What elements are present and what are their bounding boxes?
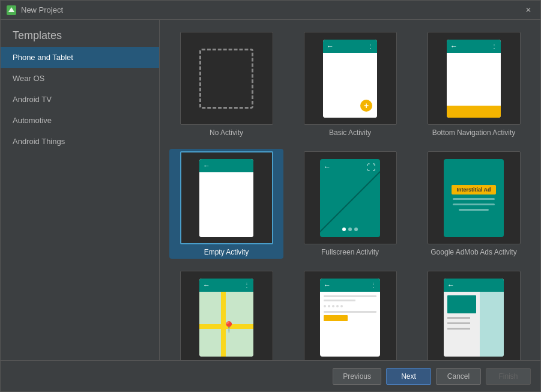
- sidebar: Templates Phone and Tablet Wear OS Andro…: [1, 20, 160, 360]
- sidebar-item-phone-tablet[interactable]: Phone and Tablet: [1, 47, 159, 68]
- maps-menu-icon: ⋮: [244, 282, 250, 288]
- app-icon: [7, 5, 16, 15]
- nav-drawer-header: ←: [444, 279, 504, 292]
- fullscreen-diagonal: [320, 162, 380, 237]
- svg-marker-0: [8, 7, 14, 12]
- template-basic-activity[interactable]: ← ⋮ + Basic Activity: [293, 29, 407, 139]
- drawer-top: [447, 295, 476, 313]
- scroll-body: [320, 292, 380, 357]
- drawer-panel: [444, 292, 480, 357]
- scroll-line-1: [324, 295, 376, 297]
- scroll-action-btn: [324, 315, 348, 321]
- sidebar-item-android-things[interactable]: Android Things: [1, 131, 159, 152]
- map-pin-icon: 📍: [222, 321, 235, 334]
- no-activity-label: No Activity: [210, 128, 243, 137]
- scroll-dots: [324, 305, 376, 307]
- title-bar: New Project ×: [1, 1, 540, 20]
- template-no-activity[interactable]: No Activity: [169, 29, 283, 139]
- scroll-dot-2: [328, 305, 330, 307]
- scroll-dot-3: [332, 305, 334, 307]
- template-admob[interactable]: Interstitial Ad Google AdMob Ads Activit…: [417, 149, 531, 259]
- template-fullscreen[interactable]: ← ⛶ Fullscreen Activity: [293, 149, 407, 259]
- template-scrolling[interactable]: ← ⋮: [293, 268, 407, 360]
- template-bottom-nav[interactable]: ← ⋮ Bottom Navigation Activity: [417, 29, 531, 139]
- menu-dots-icon: ⋮: [367, 43, 373, 49]
- next-button[interactable]: Next: [386, 368, 431, 385]
- sidebar-header: Templates: [1, 20, 159, 47]
- interstitial-ad-badge: Interstitial Ad: [452, 185, 495, 194]
- empty-activity-preview: ←: [180, 151, 273, 244]
- dialog-content: Templates Phone and Tablet Wear OS Andro…: [1, 20, 540, 360]
- finish-button[interactable]: Finish: [486, 368, 531, 385]
- bottom-nav-preview: ← ⋮: [428, 32, 521, 125]
- main-area: No Activity ← ⋮ +: [160, 20, 540, 360]
- close-button[interactable]: ×: [522, 4, 534, 16]
- nav-drawer-preview: ←: [428, 271, 521, 360]
- fullscreen-mock: ← ⛶: [320, 159, 380, 237]
- cancel-button[interactable]: Cancel: [436, 368, 481, 385]
- sidebar-item-wear-os[interactable]: Wear OS: [1, 68, 159, 89]
- ad-line-1: [453, 198, 495, 200]
- nav-drawer-mock: ←: [444, 279, 504, 357]
- scrolling-preview: ← ⋮: [304, 271, 397, 360]
- scroll-dot-5: [340, 305, 343, 307]
- ad-line-3: [459, 209, 489, 211]
- drawer-line-3: [447, 328, 470, 330]
- back-arrow-icon2: ←: [450, 42, 458, 50]
- drawer-line-1: [447, 317, 470, 319]
- admob-mock: Interstitial Ad: [444, 159, 504, 237]
- sidebar-item-android-tv[interactable]: Android TV: [1, 89, 159, 110]
- maps-back-icon: ←: [203, 281, 210, 289]
- basic-activity-preview: ← ⋮ +: [304, 32, 397, 125]
- bottom-nav-label: Bottom Navigation Activity: [432, 128, 516, 137]
- admob-preview: Interstitial Ad: [428, 151, 521, 244]
- bottom-nav-bar: [447, 106, 501, 118]
- basic-activity-label: Basic Activity: [329, 128, 371, 137]
- map-preview: 📍: [199, 292, 253, 357]
- scroll-dot-1: [324, 305, 326, 307]
- template-empty-activity[interactable]: ← Empty Activity: [169, 149, 283, 259]
- scroll-dot-4: [336, 305, 339, 307]
- scroll-mock: ← ⋮: [320, 279, 380, 357]
- scroll-line-3: [324, 311, 376, 313]
- nav-drawer-back-icon: ←: [447, 281, 455, 289]
- drawer-line-2: [447, 322, 470, 324]
- maps-preview: ← ⋮ 📍: [180, 271, 273, 360]
- fullscreen-label: Fullscreen Activity: [321, 248, 379, 256]
- dashed-rect-icon: [199, 49, 253, 109]
- fullscreen-preview: ← ⛶: [304, 151, 397, 244]
- fab-icon: +: [360, 100, 372, 112]
- ad-line-2: [453, 204, 495, 205]
- fullscreen-back-icon: ←: [324, 163, 331, 171]
- nav-drawer-body: [444, 292, 504, 357]
- fullscreen-expand-icon: ⛶: [367, 163, 375, 172]
- sidebar-item-automotive[interactable]: Automotive: [1, 110, 159, 131]
- empty-activity-label: Empty Activity: [204, 248, 249, 256]
- menu-dots-icon2: ⋮: [491, 43, 497, 49]
- template-maps[interactable]: ← ⋮ 📍 Google Maps Activity: [169, 268, 283, 360]
- back-arrow-icon3: ←: [203, 161, 210, 170]
- templates-grid: No Activity ← ⋮ +: [160, 20, 540, 360]
- no-activity-preview: [180, 32, 273, 125]
- admob-label: Google AdMob Ads Activity: [431, 248, 516, 256]
- fullscreen-dots: [342, 228, 358, 231]
- scroll-header: ← ⋮: [320, 279, 380, 292]
- new-project-dialog: New Project × Templates Phone and Tablet…: [0, 0, 541, 392]
- scroll-back-icon: ←: [324, 281, 331, 289]
- drawer-main-area: [480, 292, 504, 357]
- scroll-line-2: [324, 300, 355, 301]
- previous-button[interactable]: Previous: [333, 368, 381, 385]
- dialog-footer: Previous Next Cancel Finish: [1, 360, 540, 391]
- dialog-title: New Project: [21, 5, 522, 14]
- scroll-menu-icon: ⋮: [370, 282, 376, 288]
- template-nav-drawer[interactable]: ←: [417, 268, 531, 360]
- back-arrow-icon: ←: [327, 42, 334, 50]
